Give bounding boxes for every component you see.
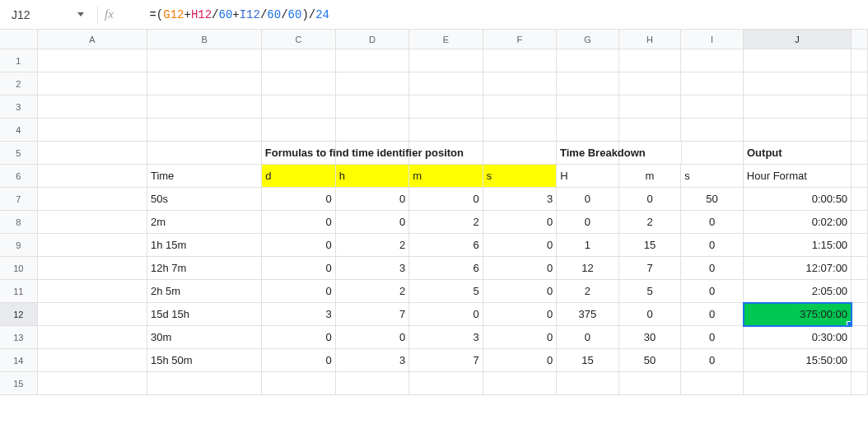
col-header-B[interactable]: B	[147, 30, 262, 49]
cell-C[interactable]: 0	[262, 188, 336, 211]
cell-D[interactable]: 0	[336, 211, 410, 234]
cell-A[interactable]	[38, 372, 147, 395]
cell-G[interactable]: 375	[557, 303, 619, 326]
cell-B[interactable]: 50s	[147, 188, 262, 211]
cell-J[interactable]: 375:00:00	[744, 303, 852, 326]
cell-E[interactable]: 3	[409, 326, 483, 349]
cell-K[interactable]	[852, 280, 868, 303]
cell-E[interactable]: 6	[409, 257, 483, 280]
row-header[interactable]: 6	[0, 165, 38, 188]
cell-K[interactable]	[852, 257, 868, 280]
cell-K[interactable]	[852, 326, 868, 349]
cell-A[interactable]	[38, 303, 147, 326]
cell-A[interactable]	[38, 72, 147, 96]
cell-G[interactable]: 0	[557, 188, 619, 211]
cell-D[interactable]: 3	[336, 349, 410, 372]
cell-E[interactable]	[409, 372, 483, 395]
cell-E[interactable]: 6	[409, 234, 483, 257]
row-header[interactable]: 15	[0, 372, 38, 395]
cell-A[interactable]	[38, 49, 147, 72]
cell-I[interactable]: 0	[681, 280, 744, 303]
col-header-F[interactable]: F	[483, 30, 557, 49]
cell-C[interactable]	[262, 119, 336, 142]
cell-E[interactable]: 0	[409, 188, 483, 211]
cell-B[interactable]: 2m	[147, 211, 262, 234]
cell-C[interactable]	[262, 96, 336, 119]
cell-E[interactable]: 5	[409, 280, 483, 303]
cell-B[interactable]: 15h 50m	[147, 349, 262, 372]
cell-K[interactable]	[852, 142, 868, 165]
cell-C[interactable]: Formulas to find time identifier positon	[262, 142, 336, 165]
cell-A[interactable]	[38, 96, 147, 119]
cell-D[interactable]	[336, 372, 410, 395]
cell-I[interactable]: 0	[681, 349, 744, 372]
col-header-H[interactable]: H	[619, 30, 682, 49]
cell-A[interactable]	[38, 165, 147, 188]
cell-D[interactable]	[336, 49, 410, 72]
cell-J[interactable]: 2:05:00	[744, 280, 852, 303]
cell-G[interactable]	[557, 372, 619, 395]
cell-B[interactable]	[147, 372, 262, 395]
cell-I[interactable]	[681, 96, 744, 119]
cell-I[interactable]: s	[681, 165, 744, 188]
cell-I[interactable]: 0	[681, 257, 744, 280]
cell-C[interactable]	[262, 49, 336, 72]
cell-F[interactable]	[483, 119, 558, 142]
cell-J[interactable]	[744, 96, 852, 119]
name-box-dropdown-icon[interactable]	[77, 12, 84, 16]
cell-B[interactable]: 12h 7m	[147, 257, 262, 280]
row-header[interactable]: 1	[0, 49, 38, 72]
cell-F[interactable]	[483, 96, 558, 119]
cell-J[interactable]: Hour Format	[744, 165, 852, 188]
name-box[interactable]: J12	[5, 4, 77, 26]
cell-B[interactable]	[147, 72, 262, 96]
cell-K[interactable]	[852, 119, 868, 142]
row-header[interactable]: 12	[0, 303, 38, 326]
cell-D[interactable]: 7	[336, 303, 410, 326]
row-header[interactable]: 7	[0, 188, 38, 211]
cell-I[interactable]: 0	[681, 326, 744, 349]
cell-H[interactable]: 2	[619, 211, 682, 234]
cell-D[interactable]: 2	[336, 280, 410, 303]
cell-G[interactable]: 0	[557, 211, 619, 234]
row-header[interactable]: 9	[0, 234, 38, 257]
col-header-J[interactable]: J	[744, 30, 852, 49]
cell-B[interactable]	[147, 119, 262, 142]
row-header[interactable]: 3	[0, 96, 38, 119]
cell-A[interactable]	[38, 142, 147, 165]
cell-C[interactable]: 3	[262, 303, 336, 326]
col-header-D[interactable]: D	[336, 30, 409, 49]
cell-A[interactable]	[38, 280, 147, 303]
cell-G[interactable]	[557, 49, 619, 72]
cell-A[interactable]	[38, 349, 147, 372]
cell-H[interactable]: 0	[619, 188, 682, 211]
cell-I[interactable]: 0	[681, 303, 744, 326]
cell-B[interactable]	[147, 49, 262, 72]
cell-F[interactable]: 0	[483, 349, 558, 372]
cell-D[interactable]: 3	[336, 257, 410, 280]
cell-E[interactable]	[409, 72, 483, 96]
cell-D[interactable]: 0	[336, 326, 410, 349]
row-header[interactable]: 10	[0, 257, 38, 280]
cell-H[interactable]	[619, 96, 682, 119]
cell-C[interactable]	[262, 372, 336, 395]
cell-D[interactable]	[336, 119, 410, 142]
cell-G[interactable]: 1	[557, 234, 619, 257]
cell-F[interactable]	[483, 372, 558, 395]
cell-H[interactable]: m	[619, 165, 682, 188]
row-header[interactable]: 2	[0, 72, 38, 96]
cell-I[interactable]	[681, 72, 744, 96]
cell-H[interactable]	[619, 119, 682, 142]
cell-H[interactable]: 7	[619, 257, 682, 280]
cell-B[interactable]: 15d 15h	[147, 303, 262, 326]
cell-I[interactable]: 0	[681, 211, 744, 234]
cell-E[interactable]: 2	[409, 211, 483, 234]
cell-B[interactable]: 2h 5m	[147, 280, 262, 303]
cell-G[interactable]: 15	[557, 349, 619, 372]
cell-C[interactable]	[262, 72, 336, 96]
cell-F[interactable]: 0	[483, 234, 558, 257]
cell-B[interactable]: 30m	[147, 326, 262, 349]
cell-I[interactable]: 50	[681, 188, 744, 211]
cell-D[interactable]: 2	[336, 234, 410, 257]
row-header[interactable]: 14	[0, 349, 38, 372]
